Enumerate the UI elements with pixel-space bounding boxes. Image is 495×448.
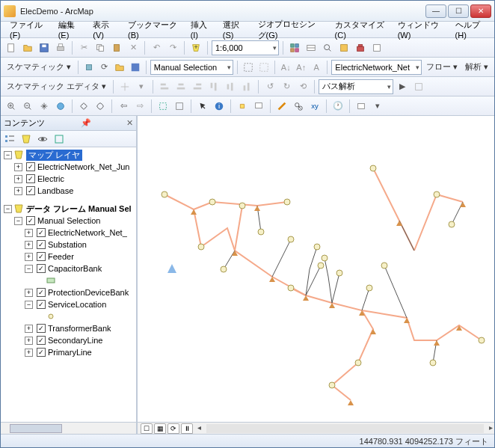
- open-icon[interactable]: [20, 40, 35, 55]
- list-by-selection-icon[interactable]: [53, 133, 65, 145]
- data-view-tab[interactable]: ☐: [141, 423, 153, 434]
- tree-layer[interactable]: +Landbase: [1, 185, 136, 197]
- analysis-menu[interactable]: 解析 ▾: [462, 61, 491, 73]
- zoomin-icon[interactable]: [4, 99, 19, 114]
- print-icon[interactable]: [53, 40, 68, 55]
- schematic-editor-menu[interactable]: スケマティック エディタ ▾: [4, 81, 109, 92]
- catalog-icon[interactable]: [304, 40, 319, 55]
- close-button[interactable]: ✕: [470, 4, 491, 18]
- tree-layer[interactable]: −ServiceLocation: [1, 298, 136, 310]
- restore-symbol-icon[interactable]: A: [310, 60, 323, 75]
- redo-icon[interactable]: ↷: [165, 40, 180, 55]
- menu-help[interactable]: ヘルプ(H): [451, 18, 490, 41]
- fixed-zoomin-icon[interactable]: [76, 99, 91, 114]
- refresh-icon[interactable]: ⟳: [167, 423, 179, 434]
- list-by-source-icon[interactable]: [20, 133, 32, 145]
- zoomout-icon[interactable]: [20, 99, 35, 114]
- delete-icon[interactable]: ✕: [126, 40, 141, 55]
- map-view[interactable]: ☐ ▦ ⟳ ⏸: [137, 116, 494, 434]
- menu-edit[interactable]: 編集(E): [54, 18, 86, 41]
- flow-menu[interactable]: フロー ▾: [423, 61, 461, 73]
- menu-view[interactable]: 表示(V): [88, 18, 120, 41]
- pin-icon[interactable]: 📌: [81, 118, 91, 128]
- update-diagram-icon[interactable]: ⟳: [97, 60, 111, 75]
- analysis-type-combo[interactable]: パス解析: [319, 79, 393, 94]
- apply-layout-icon[interactable]: ▶: [395, 79, 410, 94]
- identify-icon[interactable]: i: [212, 99, 227, 114]
- tree-layer[interactable]: +Feeder: [1, 251, 136, 263]
- pause-icon[interactable]: ⏸: [181, 423, 193, 434]
- tree-layer[interactable]: +TransformerBank: [1, 322, 136, 334]
- tree-manual-root[interactable]: −Manual Selection: [1, 215, 136, 227]
- new-icon[interactable]: [4, 40, 19, 55]
- paste-icon[interactable]: [109, 40, 124, 55]
- generate-diagram-icon[interactable]: [82, 60, 96, 75]
- python-icon[interactable]: [369, 40, 384, 55]
- clear-selection-icon[interactable]: [172, 99, 187, 114]
- toc-tree[interactable]: − マップ レイヤ +ElectricNetwork_Net_Jun +Elec…: [1, 147, 136, 422]
- select-features-icon[interactable]: [156, 99, 170, 114]
- increase-symbol-icon[interactable]: A↑: [295, 60, 308, 75]
- hyperlink-icon[interactable]: [235, 99, 250, 114]
- menu-insert[interactable]: 挿入(I): [186, 18, 215, 41]
- network-combo[interactable]: ElectricNetwork_Net: [331, 60, 422, 75]
- close-panel-icon[interactable]: ✕: [126, 118, 133, 128]
- selection-mode-combo[interactable]: Manual Selection: [150, 60, 233, 75]
- menu-window[interactable]: ウィンドウ(W): [393, 18, 448, 41]
- propagate-map-icon[interactable]: [257, 60, 271, 75]
- tree-layer[interactable]: +ElectricNetwork_Net_Jun: [1, 161, 136, 173]
- copy-icon[interactable]: [93, 40, 108, 55]
- menu-select[interactable]: 選択(S): [218, 18, 250, 41]
- align-right-icon[interactable]: [190, 79, 205, 94]
- layout-props-icon[interactable]: [411, 79, 426, 94]
- next-extent-icon[interactable]: ⇨: [132, 99, 147, 114]
- rotate-right-icon[interactable]: ↻: [279, 79, 294, 94]
- decrease-symbol-icon[interactable]: A↓: [279, 60, 292, 75]
- align-left-icon[interactable]: [157, 79, 172, 94]
- align-middle-icon[interactable]: [223, 79, 238, 94]
- menu-geoprocessing[interactable]: ジオプロセシング(G): [253, 17, 328, 43]
- tree-frame-manual[interactable]: − データ フレーム Manual Sel: [1, 203, 136, 215]
- menu-bookmark[interactable]: ブックマーク(B): [123, 18, 183, 41]
- align-top-icon[interactable]: [206, 79, 221, 94]
- cut-icon[interactable]: ✂: [76, 40, 91, 55]
- rotate-by-icon[interactable]: ⟲: [295, 79, 310, 94]
- my-places-icon[interactable]: ▾: [370, 99, 385, 114]
- find-icon[interactable]: [291, 99, 306, 114]
- tree-layer[interactable]: +SecondaryLine: [1, 334, 136, 346]
- minimize-button[interactable]: —: [425, 4, 446, 18]
- undo-icon[interactable]: ↶: [149, 40, 164, 55]
- pan-icon[interactable]: [37, 99, 52, 114]
- tree-layer[interactable]: +ElectricNetwork_Net_: [1, 227, 136, 239]
- prev-extent-icon[interactable]: ⇦: [116, 99, 131, 114]
- measure-icon[interactable]: [274, 99, 289, 114]
- schematic-menu[interactable]: スケマティック ▾: [4, 61, 74, 73]
- full-extent-icon[interactable]: [53, 99, 68, 114]
- tree-layer[interactable]: +Electric: [1, 173, 136, 185]
- layout-task-icon[interactable]: ▾: [134, 79, 149, 94]
- arccatalog-icon[interactable]: [336, 40, 351, 55]
- tree-layer[interactable]: −CapacitorBank: [1, 263, 136, 274]
- maximize-button[interactable]: ☐: [448, 4, 469, 18]
- edit-move-icon[interactable]: [117, 79, 132, 94]
- select-elements-icon[interactable]: [195, 99, 210, 114]
- propagate-icon[interactable]: [242, 60, 255, 75]
- map-hscrollbar[interactable]: [206, 424, 484, 433]
- scale-combo[interactable]: 1:6,000: [212, 40, 279, 55]
- tree-frame-layers[interactable]: − マップ レイヤ: [1, 149, 136, 161]
- save-edits-icon[interactable]: [128, 60, 141, 75]
- time-slider-icon[interactable]: 🕐: [330, 99, 345, 114]
- tree-layer[interactable]: +Substation: [1, 239, 136, 251]
- editor-toolbar-icon[interactable]: [287, 40, 302, 55]
- save-icon[interactable]: [37, 40, 52, 55]
- toc-hscroll[interactable]: [1, 422, 136, 434]
- add-data-icon[interactable]: +: [188, 40, 203, 55]
- fixed-zoomout-icon[interactable]: [93, 99, 108, 114]
- rotate-left-icon[interactable]: ↺: [262, 79, 277, 94]
- tree-layer[interactable]: +ProtectionDeviceBank: [1, 286, 136, 298]
- menu-file[interactable]: ファイル(F): [5, 18, 51, 41]
- search-icon[interactable]: [320, 40, 335, 55]
- list-by-drawing-icon[interactable]: [4, 133, 16, 145]
- find-route-icon[interactable]: xy: [307, 99, 322, 114]
- layout-view-tab[interactable]: ▦: [154, 423, 166, 434]
